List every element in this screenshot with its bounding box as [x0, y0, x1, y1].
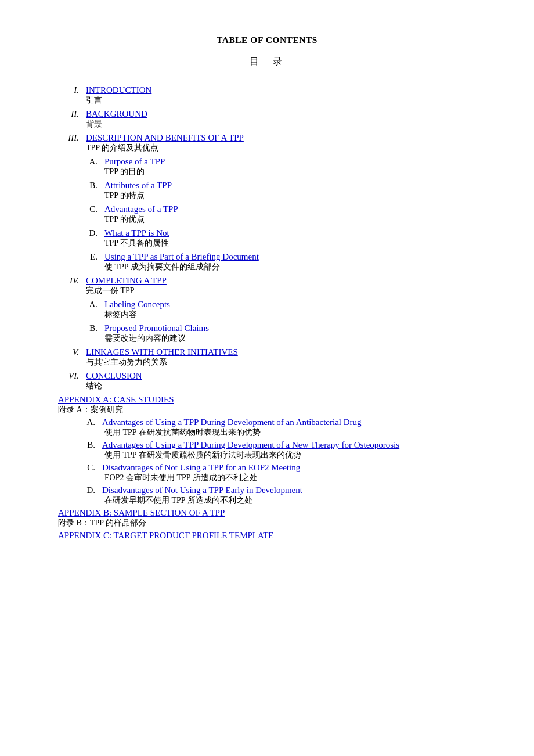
section-link-completing[interactable]: COMPLETING A TPP [86, 276, 167, 286]
subsection-number-3b: B. [86, 181, 104, 190]
subsection-number-3a: A. [86, 157, 104, 167]
appendix-b-chinese: 附录 B：TPP 的样品部分 [58, 519, 146, 527]
appendix-a-sub-number-a: A. [86, 417, 102, 427]
section-chinese-6: 结论 [86, 381, 102, 390]
section-number-1: I. [58, 85, 86, 95]
subsection-link-3b[interactable]: Attributes of a TPP [104, 181, 172, 190]
subsection-link-4a[interactable]: Labeling Concepts [104, 300, 170, 309]
subsection-chinese-3c: TPP 的优点 [104, 215, 145, 224]
subsection-number-3d: D. [86, 228, 104, 238]
section-number-4: IV. [58, 276, 86, 286]
section-chinese-3: TPP 的介绍及其优点 [86, 143, 158, 152]
section-number-2: II. [58, 109, 86, 119]
section-link-background[interactable]: BACKGROUND [86, 109, 147, 119]
subsection-link-3c[interactable]: Advantages of a TPP [104, 204, 178, 214]
appendix-a-chinese: 附录 A：案例研究 [58, 405, 123, 414]
section-link-description[interactable]: DESCRIPTION AND BENEFITS OF A TPP [86, 133, 244, 143]
appendix-a-sub-chinese-b: 使用 TPP 在研发骨质疏松质的新疗法时表现出来的优势 [104, 451, 301, 459]
subsection-link-3e[interactable]: Using a TPP as Part of a Briefing Docume… [104, 252, 259, 262]
appendix-b-link[interactable]: APPENDIX B: SAMPLE SECTION OF A TPP [58, 508, 225, 518]
subsection-chinese-3a: TPP 的目的 [104, 167, 145, 176]
section-chinese-4: 完成一份 TPP [86, 286, 135, 295]
subsection-chinese-3e: 使 TPP 成为摘要文件的组成部分 [104, 262, 220, 271]
appendix-a-sub-link-c[interactable]: Disadvantages of Not Using a TPP for an … [102, 463, 300, 473]
subsection-number-4a: A. [86, 300, 104, 309]
toc-container: I. INTRODUCTION 引言 II. BACKGROUND 背景 III… [58, 85, 488, 541]
appendix-a-sub-number-d: D. [86, 485, 102, 495]
toc-section-2: II. BACKGROUND 背景 [58, 109, 488, 129]
subsection-link-3d[interactable]: What a TPP is Not [104, 228, 169, 238]
appendix-a-sub-chinese-a: 使用 TPP 在研发抗菌药物时表现出来的优势 [104, 428, 261, 437]
section-number-3: III. [58, 133, 86, 143]
toc-section-1: I. INTRODUCTION 引言 [58, 85, 488, 106]
subsection-link-3a[interactable]: Purpose of a TPP [104, 157, 165, 167]
appendix-c-link[interactable]: APPENDIX C: TARGET PRODUCT PROFILE TEMPL… [58, 531, 273, 541]
toc-section-6: VI. CONCLUSION 结论 [58, 371, 488, 391]
page-subtitle: 目 录 [46, 56, 488, 68]
appendix-a-sub-link-a[interactable]: Advantages of Using a TPP During Develop… [102, 417, 362, 427]
appendix-a-sub-chinese-c: EOP2 会审时未使用 TPP 所造成的不利之处 [104, 473, 258, 482]
section-link-conclusion[interactable]: CONCLUSION [86, 371, 142, 381]
appendix-c: APPENDIX C: TARGET PRODUCT PROFILE TEMPL… [58, 531, 488, 541]
subsection-number-3c: C. [86, 204, 104, 214]
subsection-number-3e: E. [86, 252, 104, 262]
section-chinese-2: 背景 [86, 120, 102, 128]
section-chinese-5: 与其它主动努力的关系 [86, 358, 167, 366]
section-link-introduction[interactable]: INTRODUCTION [86, 85, 151, 95]
toc-section-3: III. DESCRIPTION AND BENEFITS OF A TPP T… [58, 133, 488, 272]
section-number-5: V. [58, 347, 86, 357]
subsection-chinese-3b: TPP 的特点 [104, 191, 145, 200]
appendix-a-sub-chinese-d: 在研发早期不使用 TPP 所造成的不利之处 [104, 496, 252, 505]
subsection-chinese-3d: TPP 不具备的属性 [104, 239, 169, 247]
section-chinese-1: 引言 [86, 96, 102, 105]
subsection-chinese-4a: 标签内容 [104, 310, 137, 319]
appendix-b: APPENDIX B: SAMPLE SECTION OF A TPP 附录 B… [58, 508, 488, 528]
toc-section-5: V. LINKAGES WITH OTHER INITIATIVES 与其它主动… [58, 347, 488, 368]
section-number-6: VI. [58, 371, 86, 381]
appendix-a: APPENDIX A: CASE STUDIES 附录 A：案例研究 A. Ad… [58, 395, 488, 506]
subsection-chinese-4b: 需要改进的内容的建议 [104, 334, 186, 343]
appendix-a-sub-link-d[interactable]: Disadvantages of Not Using a TPP Early i… [102, 485, 302, 495]
section-link-linkages[interactable]: LINKAGES WITH OTHER INITIATIVES [86, 347, 238, 357]
appendix-a-sub-number-c: C. [86, 463, 102, 473]
page-title: TABLE OF CONTENTS [46, 35, 488, 45]
appendix-a-sub-number-b: B. [86, 440, 102, 450]
subsection-number-4b: B. [86, 323, 104, 333]
subsection-link-4b[interactable]: Proposed Promotional Claims [104, 323, 209, 333]
appendix-a-sub-link-b[interactable]: Advantages of Using a TPP During Develop… [102, 440, 399, 450]
appendix-a-link[interactable]: APPENDIX A: CASE STUDIES [58, 395, 174, 405]
toc-section-4: IV. COMPLETING A TPP 完成一份 TPP A. Labelin… [58, 276, 488, 344]
